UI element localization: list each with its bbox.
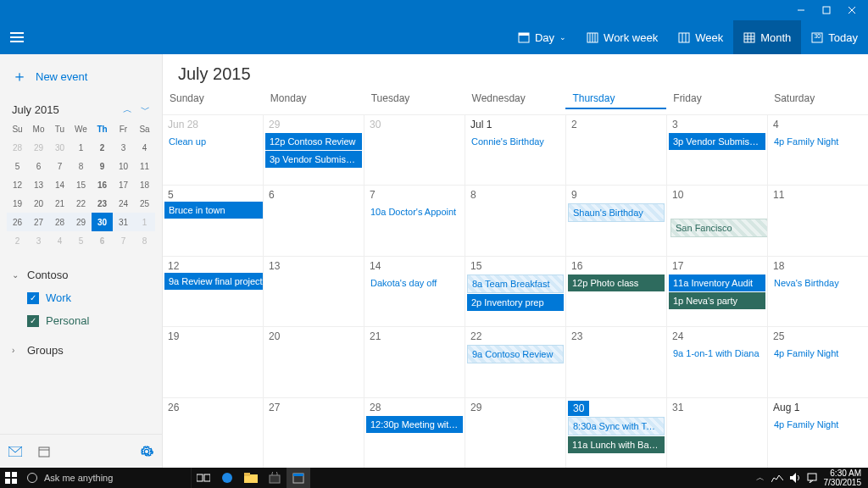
mini-day-cell[interactable]: 5 [7,157,28,175]
calendar-event[interactable]: Connie's Birthday [467,133,564,150]
calendar-event[interactable]: Bruce in town [164,202,264,219]
window-maximize-button[interactable] [814,0,839,20]
day-cell[interactable]: 26 [163,398,264,468]
calendar-event[interactable]: 4p Family Night [770,133,866,150]
taskbar-calendar-icon[interactable] [287,468,310,488]
day-cell[interactable]: 11 [768,186,868,255]
day-cell[interactable]: 31 [667,398,768,468]
day-cell[interactable]: 158a Team Breakfast2p Inventory prep [465,257,566,326]
mini-day-cell[interactable]: 6 [28,157,49,175]
mini-prev-button[interactable]: ︿ [123,103,132,116]
day-cell[interactable]: 229a Contoso Review [465,327,566,396]
mini-day-cell[interactable]: 4 [49,231,70,250]
mini-day-cell[interactable]: 19 [7,194,28,213]
day-cell[interactable]: 30 [364,115,465,185]
account-contoso[interactable]: ⌄Contoso [12,263,150,286]
day-cell[interactable]: 710a Doctor's Appoint [364,186,465,255]
mini-day-cell[interactable]: 12 [7,175,28,194]
mini-day-cell[interactable]: 29 [70,213,92,231]
mini-day-cell[interactable]: 14 [49,175,70,194]
calendar-event[interactable]: San Fancisco [670,219,768,237]
calendar-event[interactable]: 9a Contoso Review [467,345,564,363]
taskbar-store-icon[interactable] [263,468,287,488]
taskbar-search[interactable]: Ask me anything [22,468,192,488]
mini-day-cell[interactable]: 30 [92,213,113,231]
view-month-button[interactable]: Month [733,20,801,54]
mini-day-cell[interactable]: 3 [28,231,49,250]
day-cell[interactable]: 29 [465,398,566,468]
day-cell[interactable]: Aug 14p Family Night [768,398,868,468]
calendar-event[interactable]: 12:30p Meeting with M [366,416,463,433]
mini-day-cell[interactable]: 3 [113,138,134,157]
mini-day-cell[interactable]: 22 [70,194,92,213]
calendar-event[interactable]: 9a 1-on-1 with Diana [669,345,765,362]
mini-day-cell[interactable]: 10 [113,157,134,175]
mini-day-cell[interactable]: 15 [70,175,92,194]
day-cell[interactable]: 5Bruce in town [163,186,264,255]
mini-day-cell[interactable]: 20 [28,194,49,213]
mini-day-cell[interactable]: 24 [113,194,134,213]
mini-next-button[interactable]: ﹀ [141,103,150,116]
hamburger-menu-button[interactable] [0,20,34,54]
mini-day-cell[interactable]: 27 [28,213,49,231]
day-cell[interactable]: 10San Fancisco [667,186,768,255]
calendar-personal-toggle[interactable]: ✓Personal [12,309,150,332]
day-cell[interactable]: 6 [264,186,364,255]
calendar-event[interactable]: 8a Team Breakfast [467,274,564,293]
calendar-grid[interactable]: Jun 28Clean up2912p Contoso Review3p Ven… [163,114,868,468]
calendar-event[interactable]: 9a Review final project [164,273,264,290]
calendar-event[interactable]: 4p Family Night [770,345,866,362]
settings-gear-icon[interactable] [140,445,153,458]
view-workweek-button[interactable]: Work week [576,20,668,54]
window-close-button[interactable] [839,0,865,20]
mini-day-cell[interactable]: 4 [134,138,155,157]
calendar-event[interactable]: 11a Lunch with Barbra [568,436,665,453]
day-cell[interactable]: 129a Review final project [163,257,264,326]
mini-day-cell[interactable]: 7 [113,231,134,250]
view-day-button[interactable]: Day ⌄ [508,20,576,54]
calendar-work-toggle[interactable]: ✓Work [12,286,150,309]
mini-day-cell[interactable]: 18 [134,175,155,194]
calendar-event[interactable]: 11a Inventory Audit [669,274,765,291]
calendar-event[interactable]: 8:30a Sync with Tony [568,417,665,435]
mini-day-cell[interactable]: 30 [49,138,70,157]
mini-day-cell[interactable]: 2 [92,138,113,157]
mini-day-cell[interactable]: 8 [134,231,155,250]
calendar-event[interactable]: Shaun's Birthday [568,203,665,222]
calendar-event[interactable]: 12p Photo class [568,274,665,291]
taskbar-edge-icon[interactable] [215,468,239,488]
day-cell[interactable]: 44p Family Night [768,115,868,185]
mini-day-cell[interactable]: 16 [92,175,113,194]
mini-day-cell[interactable]: 31 [113,213,134,231]
view-today-button[interactable]: 30 Today [801,20,868,54]
tray-volume-icon[interactable] [790,473,800,483]
day-cell[interactable]: 21 [364,327,465,396]
mini-day-cell[interactable]: 17 [113,175,134,194]
day-cell[interactable]: Jun 28Clean up [163,115,264,185]
day-cell[interactable]: 9Shaun's Birthday [566,186,667,255]
day-cell[interactable]: 2912p Contoso Review3p Vendor Submission… [264,115,364,185]
tray-network-icon[interactable] [771,474,783,482]
mini-day-cell[interactable]: 21 [49,194,70,213]
calendar-event[interactable]: Dakota's day off [366,274,463,291]
day-cell[interactable]: 19 [163,327,264,396]
day-cell[interactable]: 13 [264,257,364,326]
calendar-event[interactable]: 10a Doctor's Appoint [366,203,463,220]
mini-day-cell[interactable]: 28 [49,213,70,231]
mini-day-cell[interactable]: 7 [49,157,70,175]
taskbar-clock[interactable]: 6:30 AM 7/30/2015 [824,469,862,487]
calendar-event[interactable]: 4p Family Night [770,416,866,433]
new-event-button[interactable]: ＋ New event [0,54,162,98]
day-cell[interactable]: 308:30a Sync with Tony11a Lunch with Bar… [566,398,667,468]
mini-day-cell[interactable]: 25 [134,194,155,213]
day-cell[interactable]: 2 [566,115,667,185]
day-cell[interactable]: 8 [465,186,566,255]
calendar-event[interactable]: Clean up [164,133,261,150]
mini-day-cell[interactable]: 28 [7,138,28,157]
day-cell[interactable]: 18Neva's Birthday [768,257,868,326]
start-button[interactable] [0,468,22,488]
calendar-event[interactable]: 3p Vendor Submissions [265,151,362,168]
calendar-event[interactable]: 1p Neva's party [669,292,765,309]
day-cell[interactable]: 33p Vendor Submissions [667,115,768,185]
tray-notifications-icon[interactable] [807,473,817,483]
